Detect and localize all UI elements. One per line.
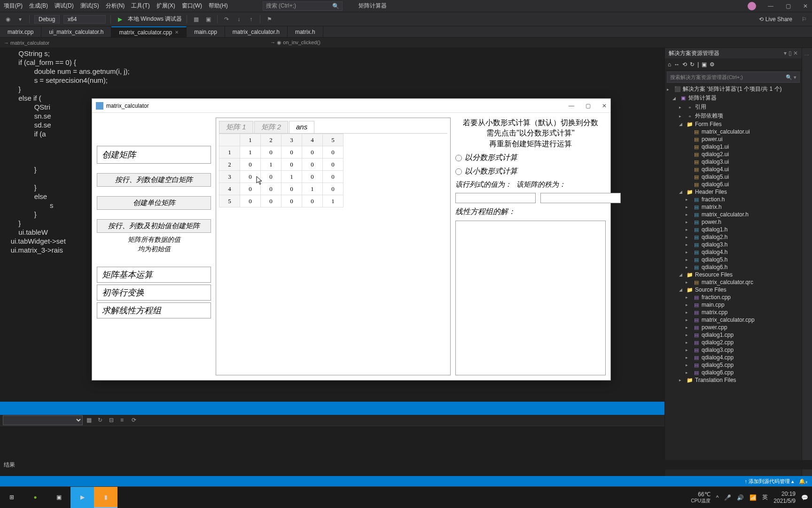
tree-node[interactable]: ◢📁Header Files (665, 188, 802, 196)
tree-node[interactable]: ◢📁Source Files (665, 286, 802, 294)
solve-linear-section[interactable]: 求解线性方程组 (97, 302, 211, 318)
tree-node[interactable]: ▸▤matrix.h (665, 203, 802, 211)
tree-node[interactable]: ▸▤qdialog2.h (665, 233, 802, 241)
solution-search-input[interactable]: 搜索解决方案资源管理器(Ctrl+;)🔍 ▾ (667, 71, 800, 83)
output-icon-1[interactable]: ▦ (86, 417, 94, 424)
tree-node[interactable]: ▸▤power.h (665, 218, 802, 226)
menu-test[interactable]: 测试(S) (80, 2, 99, 10)
tree-node[interactable]: ▸⬛解决方案 '矩阵计算器'(1 个项目/共 1 个) (665, 85, 802, 94)
tab-matrix-calculator-h[interactable]: matrix_calculator.h (225, 26, 288, 37)
tree-node[interactable]: ▸▤matrix_calculator.h (665, 211, 802, 218)
taskbar-app-vs[interactable]: ▮ (94, 487, 117, 508)
tree-node[interactable]: ▤qdialog5.ui (665, 173, 802, 181)
tree-node[interactable]: ▸▤qdialog2.cpp (665, 339, 802, 346)
dialog-maximize-icon[interactable]: ▢ (586, 103, 591, 109)
output-icon-2[interactable]: ↻ (98, 417, 105, 424)
clock[interactable]: 20:19 2021/5/9 (773, 491, 796, 504)
maximize-icon[interactable]: ▢ (785, 3, 791, 9)
tree-node[interactable]: ▸▤qdialog3.h (665, 241, 802, 248)
fraction-mode-radio[interactable]: 以分数形式计算 (455, 153, 606, 163)
tree-node[interactable]: ▸▤main.cpp (665, 301, 802, 309)
tree-node[interactable]: ▤qdialog1.ui (665, 143, 802, 151)
menu-debug[interactable]: 调试(D) (55, 2, 74, 10)
feedback-icon[interactable]: ⚐ (800, 15, 808, 24)
cpu-temp-widget[interactable]: 66℃ CPU温度 (691, 491, 710, 504)
tab-matrix-calculator-cpp[interactable]: matrix_calculator.cpp✕ (111, 26, 187, 37)
se-refresh-icon[interactable]: ↻ (690, 61, 695, 68)
user-avatar[interactable] (748, 2, 756, 10)
start-button[interactable]: ⊞ (0, 487, 23, 508)
tree-node[interactable]: ◢▣矩阵计算器 (665, 94, 802, 103)
tree-node[interactable]: ▤qdialog4.ui (665, 166, 802, 173)
create-init-button[interactable]: 按行、列数及初始值创建矩阵 (97, 219, 211, 233)
tree-node[interactable]: ▤qdialog2.ui (665, 151, 802, 158)
platform-dropdown[interactable]: x64 (63, 15, 106, 24)
tree-node[interactable]: ▸▤qdialog6.cpp (665, 369, 802, 376)
dialog-close-icon[interactable]: ✕ (602, 103, 607, 109)
tree-node[interactable]: ▸▤qdialog3.cpp (665, 346, 802, 354)
output-source-dropdown[interactable] (3, 415, 83, 425)
se-prop-icon[interactable]: ⚙ (710, 61, 715, 68)
global-search-input[interactable]: 搜索 (Ctrl+;) 🔍 (263, 1, 343, 11)
tb-icon-2[interactable]: ▣ (204, 15, 212, 24)
live-share-button[interactable]: ⟲ Live Share (759, 16, 792, 23)
menu-analyze[interactable]: 分析(N) (106, 2, 125, 10)
tree-node[interactable]: ▸▫引用 (665, 103, 802, 111)
debug-target-button[interactable]: 本地 Windows 调试器 (128, 15, 182, 23)
se-view-icon[interactable]: ▣ (702, 61, 707, 68)
taskbar-app-tencent[interactable]: ▶ (70, 487, 94, 508)
tab-close-icon[interactable]: ✕ (175, 30, 179, 35)
tree-node[interactable]: ▤qdialog6.ui (665, 181, 802, 188)
tb-icon-1[interactable]: ▦ (192, 15, 200, 24)
output-icon-4[interactable]: ≡ (120, 417, 128, 424)
matrix-tab-1[interactable]: 矩阵 1 (219, 121, 253, 133)
step-into-icon[interactable]: ↓ (234, 15, 243, 24)
tray-ime-icon[interactable]: 英 (762, 493, 768, 501)
tree-node[interactable]: ▤matrix_calculator.ui (665, 128, 802, 135)
forward-icon[interactable]: ▾ (16, 15, 24, 24)
tree-node[interactable]: ▸▤qdialog6.h (665, 263, 802, 271)
source-control-button[interactable]: ↑ 添加到源代码管理 ▴ (744, 478, 794, 485)
tree-node[interactable]: ▸▤fraction.h (665, 196, 802, 203)
tree-node[interactable]: ▸▤power.cpp (665, 324, 802, 331)
se-collapse-icon[interactable]: ↔ (674, 61, 679, 68)
tree-node[interactable]: ▸▤matrix_calculator.qrc (665, 278, 802, 286)
project-name-button[interactable]: 矩阵计算器 (359, 2, 387, 10)
tray-notif-icon[interactable]: 💬 (801, 494, 808, 501)
back-icon[interactable]: ◉ (4, 15, 12, 24)
se-sync-icon[interactable]: ⟲ (682, 61, 687, 68)
menu-project[interactable]: 项目(P) (4, 2, 23, 10)
menu-help[interactable]: 帮助(H) (209, 2, 228, 10)
decimal-mode-radio[interactable]: 以小数形式计算 (455, 167, 606, 176)
tree-node[interactable]: ▸📁Translation Files (665, 376, 802, 384)
output-icon-5[interactable]: ⟳ (132, 417, 139, 424)
bookmark-icon[interactable]: ⚑ (265, 15, 273, 24)
tray-mic-icon[interactable]: 🎤 (724, 494, 731, 501)
taskbar-app-wechat[interactable]: ● (23, 487, 47, 508)
tab-main-cpp[interactable]: main.cpp (187, 26, 225, 37)
breadcrumb-func[interactable]: → ◉ on_inv_clicked() (270, 40, 320, 46)
play-icon[interactable]: ▶ (116, 15, 124, 24)
matrix-tab-ans[interactable]: ans (289, 121, 314, 133)
tree-node[interactable]: ▸▤qdialog5.h (665, 256, 802, 263)
tree-node[interactable]: ▸▤qdialog5.cpp (665, 361, 802, 369)
row-transform-section[interactable]: 初等行变换 (97, 285, 211, 301)
tree-node[interactable]: ▸▫外部依赖项 (665, 111, 802, 120)
tray-vol-icon[interactable]: 🔊 (737, 494, 744, 501)
matrix-tab-2[interactable]: 矩阵 2 (254, 121, 289, 133)
tab-matrix-h[interactable]: matrix.h (288, 26, 323, 37)
tab-ui-matrix-h[interactable]: ui_matrix_calculator.h (41, 26, 111, 37)
tree-node[interactable]: ▸▤qdialog1.h (665, 226, 802, 233)
menu-build[interactable]: 生成(B) (29, 2, 48, 10)
config-dropdown[interactable]: Debug (34, 15, 60, 24)
solution-tree[interactable]: ▸⬛解决方案 '矩阵计算器'(1 个项目/共 1 个)◢▣矩阵计算器▸▫引用▸▫… (665, 84, 802, 481)
ab-item[interactable]: ⋮ (804, 50, 811, 60)
taskbar-app-obs[interactable]: ▣ (47, 487, 70, 508)
menu-window[interactable]: 窗口(W) (182, 2, 202, 10)
solve-output[interactable] (455, 221, 606, 375)
create-blank-button[interactable]: 按行、列数创建空白矩阵 (97, 173, 211, 187)
breadcrumb-scope[interactable]: → matrix_calculator (4, 40, 49, 46)
tray-net-icon[interactable]: 📶 (750, 494, 757, 501)
step-over-icon[interactable]: ↷ (222, 15, 231, 24)
create-identity-button[interactable]: 创建单位矩阵 (97, 196, 211, 210)
